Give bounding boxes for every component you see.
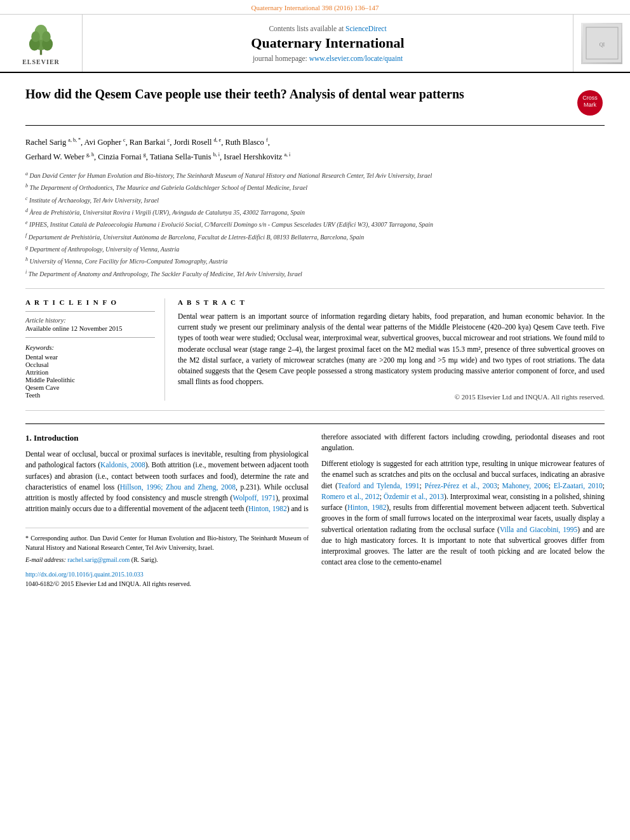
ref-zaatari[interactable]: El-Zaatari, 2010: [554, 482, 603, 490]
ref-teaford[interactable]: Teaford and Tylenda, 1991: [338, 482, 420, 490]
keyword-5: Qesem Cave: [25, 384, 155, 391]
journal-header: ELSEVIER Contents lists available at Sci…: [0, 15, 630, 73]
sciencedirect-link[interactable]: ScienceDirect: [345, 25, 387, 32]
journal-title: Quaternary International: [251, 35, 404, 51]
ref-hinton-1982b[interactable]: Hinton, 1982: [347, 503, 387, 511]
right-column: therefore associated with different fact…: [321, 432, 605, 589]
svg-point-5: [31, 31, 40, 42]
ref-mahoney[interactable]: Mahoney, 2006: [502, 482, 549, 490]
authors-section: Rachel Sarig a, b, *, Avi Gopher c, Ran …: [25, 135, 605, 164]
ref-villa[interactable]: Villa and Giacobini, 1995: [500, 526, 577, 533]
keyword-4: Middle Paleolithic: [25, 377, 155, 383]
svg-point-6: [42, 31, 51, 42]
article-history-label: Article history:: [25, 317, 155, 324]
right-logo-image: QI: [581, 23, 622, 64]
author-gerhard: Gerhard W. Weber g, h,: [25, 152, 98, 161]
article-body: How did the Qesem Cave people use their …: [0, 73, 630, 601]
author-tatiana: Tatiana Sella-Tunis b, i,: [150, 152, 224, 161]
elsevier-tree-icon: [23, 22, 58, 57]
affil-d: d Àrea de Prehistòria, Universitat Rovir…: [25, 207, 605, 218]
right-paragraph-2: Different etiology is suggested for each…: [321, 458, 605, 568]
author-rachel: Rachel Sarig a, b, *,: [25, 138, 84, 147]
footnote-section: * Corresponding author. Dan David Center…: [25, 528, 309, 564]
abstract-heading: A B S T R A C T: [178, 298, 605, 306]
abstract-column: A B S T R A C T Dental wear pattern is a…: [178, 298, 605, 401]
elsevier-logo-box: ELSEVIER: [0, 15, 83, 72]
doi-section: http://dx.doi.org/10.1016/j.quaint.2015.…: [25, 570, 309, 589]
ref-perez[interactable]: Pérez-Pérez et al., 2003: [424, 482, 497, 490]
ref-hillson[interactable]: Hillson, 1996; Zhou and Zheng, 2008: [120, 483, 236, 491]
keyword-6: Teeth: [25, 392, 155, 399]
article-title: How did the Qesem Cave people use their …: [25, 86, 576, 102]
footnote-email: E-mail address: rachel.sarig@gmail.com (…: [25, 555, 309, 564]
author-avi: Avi Gopher c,: [84, 138, 129, 147]
journal-logo-icon: QI: [583, 24, 621, 62]
contents-line: Contents lists available at ScienceDirec…: [269, 25, 386, 32]
journal-center: Contents lists available at ScienceDirec…: [83, 15, 573, 72]
ref-romero[interactable]: Romero et al., 2012: [321, 493, 380, 500]
article-info-heading: A R T I C L E I N F O: [25, 298, 155, 306]
affil-b: b The Department of Orthodontics, The Ma…: [25, 182, 605, 193]
email-link[interactable]: rachel.sarig@gmail.com: [67, 556, 130, 563]
crossmark-icon: Cross Mark: [576, 89, 605, 117]
journal-homepage: journal homepage: www.elsevier.com/locat…: [253, 55, 403, 62]
ref-wolpoff[interactable]: Wolpoff, 1971: [232, 494, 276, 502]
svg-text:Cross: Cross: [582, 95, 598, 101]
affil-c: c Institute of Archaeology, Tel Aviv Uni…: [25, 195, 605, 206]
article-info-column: A R T I C L E I N F O Article history: A…: [25, 298, 165, 401]
article-available-online: Available online 12 November 2015: [25, 325, 155, 332]
affiliations-section: a Dan David Center for Human Evolution a…: [25, 170, 605, 289]
keyword-3: Attrition: [25, 369, 155, 376]
left-column: 1. Introduction Dental wear of occlusal,…: [25, 432, 309, 589]
affil-i: i The Department of Anatomy and Anthropo…: [25, 269, 605, 279]
author-jordi: Jordi Rosell d, e,: [173, 138, 225, 147]
author-ran: Ran Barkai c,: [130, 138, 174, 147]
journal-citation: Quaternary International 398 (2016) 136–…: [0, 0, 630, 15]
affil-f: f Departament de Prehistòria, Universita…: [25, 232, 605, 243]
journal-homepage-link[interactable]: www.elsevier.com/locate/quaint: [309, 55, 403, 62]
svg-text:Mark: Mark: [584, 102, 596, 108]
keywords-label: Keywords:: [25, 344, 155, 351]
right-paragraph-1: therefore associated with different fact…: [321, 432, 605, 454]
abstract-text: Dental wear pattern is an important sour…: [178, 311, 605, 388]
ref-hinton-1982[interactable]: Hinton, 1982: [248, 505, 287, 512]
affil-a: a Dan David Center for Human Evolution a…: [25, 170, 605, 181]
ref-ozdemir[interactable]: Özdemir et al., 2013: [384, 493, 444, 500]
keywords-section: Keywords: Dental wear Occlusal Attrition…: [25, 344, 155, 399]
keyword-2: Occlusal: [25, 361, 155, 368]
affil-g: g Department of Anthropology, University…: [25, 244, 605, 255]
affil-e: e IPHES, Institut Català de Paleoecologi…: [25, 219, 605, 230]
footnote-star: * Corresponding author. Dan David Center…: [25, 533, 309, 552]
journal-right-logo: QI: [573, 15, 630, 72]
keyword-1: Dental wear: [25, 354, 155, 361]
svg-text:QI: QI: [599, 42, 605, 48]
copyright-line: © 2015 Elsevier Ltd and INQUA. All right…: [178, 393, 605, 401]
author-ruth: Ruth Blasco f,: [225, 138, 269, 147]
elsevier-label: ELSEVIER: [22, 58, 60, 65]
author-cinzia: Cinzia Fornai g,: [98, 152, 150, 161]
article-title-section: How did the Qesem Cave people use their …: [25, 86, 605, 126]
author-israel: Israel Hershkovitz a, i: [224, 152, 290, 161]
doi-link[interactable]: http://dx.doi.org/10.1016/j.quaint.2015.…: [25, 571, 144, 578]
two-column-section: A R T I C L E I N F O Article history: A…: [25, 298, 605, 411]
affil-h: h University of Vienna, Core Facility fo…: [25, 256, 605, 267]
main-content-section: 1. Introduction Dental wear of occlusal,…: [25, 432, 605, 589]
intro-heading: 1. Introduction: [25, 432, 309, 444]
intro-paragraph-1: Dental wear of occlusal, buccal or proxi…: [25, 449, 309, 515]
section-divider: [25, 423, 605, 424]
ref-kaldonis[interactable]: Kaldonis, 2008: [100, 461, 145, 469]
issn-line: 1040-6182/© 2015 Elsevier Ltd and INQUA.…: [25, 580, 191, 587]
